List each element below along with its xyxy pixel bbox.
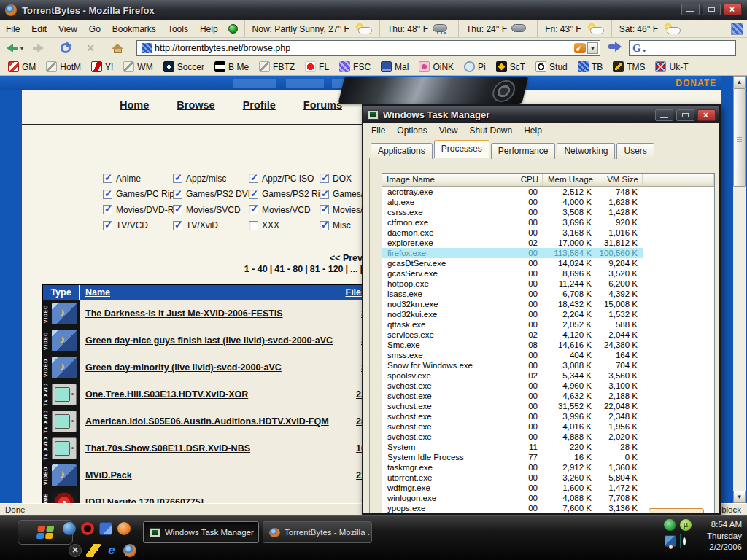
torrent-name-link[interactable]: MViD.Pack [85, 470, 132, 481]
category-checkbox[interactable] [320, 205, 329, 214]
process-row[interactable]: Snow for Windows.exe 00 3,088 K 704 K [382, 360, 643, 370]
menu-item[interactable]: Bookmarks [107, 21, 162, 37]
bookmark-item[interactable]: FBTZ [254, 58, 300, 75]
quicklaunch-icon[interactable] [69, 544, 82, 557]
back-button[interactable]: ▼ [4, 39, 26, 57]
nod32-tray-icon[interactable] [664, 519, 676, 531]
search-engine-dropdown-icon[interactable]: ▼ [642, 48, 647, 53]
menu-item[interactable]: Help [194, 21, 224, 37]
url-dropdown-button[interactable]: ▼ [587, 42, 598, 54]
process-row[interactable]: svchost.exe 00 31,552 K 22,048 K [382, 401, 643, 411]
torrent-type-cell[interactable]: TV XVID [43, 408, 80, 435]
search-input[interactable]: G ▼ [629, 40, 736, 56]
process-row[interactable]: spoolsv.exe 02 5,344 K 3,560 K [382, 370, 643, 381]
tm-minimize-button[interactable] [655, 109, 673, 121]
process-row[interactable]: gcasDtServ.exe 00 14,024 K 9,284 K [382, 258, 643, 268]
close-button[interactable] [724, 4, 742, 15]
minimize-button[interactable] [681, 4, 700, 15]
category-checkbox[interactable] [173, 205, 182, 214]
bookmark-item[interactable]: Mal [376, 58, 414, 75]
scrollbar-thumb[interactable] [733, 88, 746, 187]
bookmark-item[interactable]: HotM [41, 58, 86, 75]
site-nav-link[interactable]: Forums [303, 99, 342, 111]
torrent-type-cell[interactable]: ANIME [43, 489, 80, 503]
category-checkbox[interactable] [249, 221, 258, 230]
firewall-tray-icon[interactable] [680, 534, 681, 548]
process-row[interactable]: acrotray.exe 00 2,512 K 748 K [382, 187, 643, 197]
weather-forecast-item[interactable]: Thu: 24° F [458, 20, 537, 37]
tab[interactable]: Networking [557, 143, 615, 159]
header-mem-usage[interactable]: Mem Usage [543, 174, 597, 186]
category-checkbox[interactable] [103, 174, 112, 183]
bookmark-item[interactable]: ScT [491, 58, 530, 75]
back-dropdown-icon[interactable]: ▼ [20, 46, 25, 51]
process-row[interactable]: System Idle Process 77 16 K 0 K [382, 452, 643, 462]
scroll-down-icon[interactable]: ▼ [733, 491, 746, 503]
tab[interactable]: Performance [491, 143, 556, 159]
category-checkbox[interactable] [173, 174, 182, 183]
torrent-name-link[interactable]: The Darkness-Is It Just Me-XViD-2006-FES… [85, 308, 282, 319]
weather-forecast-item[interactable]: Sat: 46° F [611, 20, 689, 37]
category-checkbox[interactable] [320, 174, 329, 183]
torrent-type-cell[interactable]: VIDEO [43, 327, 80, 354]
process-row[interactable]: smss.exe 00 404 K 164 K [382, 350, 643, 360]
category-checkbox[interactable] [249, 190, 258, 199]
taskbar-button-firefox[interactable]: TorrentBytes - Mozilla ... [263, 521, 372, 543]
menu-item[interactable]: Help [518, 124, 548, 137]
bookmark-item[interactable]: Soccer [158, 58, 209, 75]
torrent-name-link[interactable]: Green day-minority (live livid)-svcd-200… [85, 362, 282, 373]
bookmark-item[interactable]: Y! [86, 58, 118, 75]
bookmark-item[interactable]: FSC [334, 58, 376, 75]
bookmark-item[interactable]: B Me [209, 58, 254, 75]
menu-item[interactable]: Shut Down [464, 124, 519, 137]
process-row[interactable]: taskmgr.exe 00 2,912 K 1,360 K [382, 462, 643, 472]
quicklaunch-icon[interactable]: e [105, 544, 118, 557]
category-checkbox[interactable] [249, 205, 258, 214]
quicklaunch-icon[interactable] [123, 544, 136, 557]
process-row[interactable]: csrss.exe 00 3,508 K 1,428 K [382, 207, 643, 217]
forecastfox-status-icon[interactable] [228, 24, 238, 34]
quicklaunch-icon[interactable] [63, 522, 76, 535]
process-row[interactable]: nod32kui.exe 00 2,264 K 1,532 K [382, 309, 643, 319]
rss-feed-icon[interactable] [574, 43, 586, 53]
site-nav-link[interactable]: Home [120, 99, 149, 111]
torrent-type-cell[interactable]: VIDEO [43, 462, 80, 489]
pagination-page-link[interactable]: 81 - 120 [310, 264, 344, 274]
process-row[interactable]: explorer.exe 02 17,000 K 31,812 K [382, 238, 643, 248]
process-row[interactable]: alg.exe 00 4,000 K 1,628 K [382, 197, 643, 207]
tab[interactable]: Processes [434, 140, 489, 158]
column-name[interactable]: Name [80, 287, 338, 298]
bookmark-item[interactable]: OiNK [414, 58, 459, 75]
forward-button[interactable] [29, 39, 47, 57]
header-cpu[interactable]: CPU [519, 174, 543, 186]
utorrent-tray-icon[interactable]: µ [680, 519, 692, 531]
torrent-name-link[interactable]: That.70s.Show.S08E11.DSR.XviD-NBS [85, 443, 250, 454]
process-row[interactable]: hotpop.exe 00 11,244 K 6,200 K [382, 279, 643, 289]
tab[interactable]: Users [616, 143, 654, 159]
category-checkbox[interactable] [103, 205, 112, 214]
site-nav-link[interactable]: Browse [177, 99, 214, 111]
header-vm-size[interactable]: VM Size [597, 174, 643, 186]
process-row[interactable]: Smc.exe 08 14,616 K 24,380 K [382, 340, 643, 350]
category-checkbox[interactable] [103, 190, 112, 199]
torrent-name-link[interactable]: One.Tree.Hill.S03E13.HDTV.XviD-XOR [85, 389, 248, 400]
process-row[interactable]: services.exe 02 4,120 K 2,044 K [382, 330, 643, 340]
process-row[interactable]: svchost.exe 00 4,016 K 1,956 K [382, 421, 643, 432]
taskbar-clock[interactable]: 8:54 AM Thursday 2/2/2006 [707, 519, 742, 553]
pagination-page-link[interactable]: ... [350, 264, 357, 274]
process-row[interactable]: svchost.exe 00 4,888 K 2,020 K [382, 432, 643, 442]
bookmark-item[interactable]: TB [573, 58, 608, 75]
process-row[interactable]: svchost.exe 00 4,632 K 2,188 K [382, 391, 643, 401]
menu-item[interactable]: View [433, 124, 464, 137]
bookmark-item[interactable]: TMS [608, 58, 650, 75]
process-row[interactable]: wdfmgr.exe 00 1,600 K 1,472 K [382, 483, 643, 493]
bookmark-item[interactable]: WM [118, 58, 158, 75]
reload-button[interactable] [57, 39, 74, 57]
torrent-name-link[interactable]: American.Idol.S05E06.Austin.Auditions.HD… [85, 416, 329, 427]
column-type[interactable]: Type [43, 285, 80, 300]
menu-item[interactable]: File [0, 21, 26, 37]
torrent-type-cell[interactable]: TV XVID [43, 381, 80, 408]
weather-forecast-item[interactable]: Now: Partly Sunny, 27° F [244, 20, 379, 37]
google-logo-icon[interactable]: G [632, 42, 641, 55]
bookmark-item[interactable]: FL [300, 58, 334, 75]
